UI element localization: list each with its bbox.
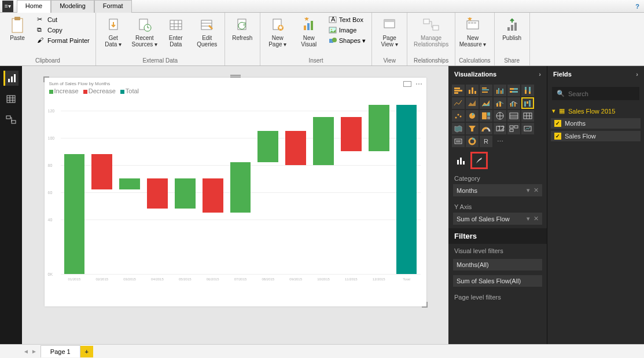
viz-import-icon[interactable]: ⋯ bbox=[494, 136, 506, 147]
text-box-button[interactable]: AText Box bbox=[326, 15, 368, 24]
viz-combo1[interactable] bbox=[494, 97, 506, 109]
tab-home[interactable]: Home bbox=[17, 0, 51, 13]
new-visual-button[interactable]: ★New Visual bbox=[295, 15, 323, 49]
viz-stacked-bar[interactable] bbox=[452, 85, 465, 96]
paste-button[interactable]: Paste bbox=[3, 15, 31, 42]
cut-button[interactable]: ✂Cut bbox=[35, 15, 92, 24]
viz-r[interactable]: R bbox=[480, 136, 492, 147]
svg-rect-83 bbox=[487, 112, 490, 116]
remove-icon[interactable]: ✕ bbox=[533, 215, 539, 222]
prev-page-icon[interactable]: ◄ bbox=[23, 348, 29, 355]
enter-data-icon bbox=[167, 16, 185, 34]
svg-rect-38 bbox=[514, 23, 517, 31]
recent-sources-button[interactable]: Recent Sources ▾ bbox=[131, 15, 159, 49]
filter-months[interactable]: Months(All) bbox=[453, 259, 542, 271]
add-page-button[interactable]: + bbox=[80, 346, 93, 357]
next-page-icon[interactable]: ► bbox=[31, 348, 37, 355]
viz-stacked-area[interactable] bbox=[480, 97, 492, 109]
edit-queries-button[interactable]: Edit Queries bbox=[193, 15, 221, 49]
data-view-icon[interactable] bbox=[3, 92, 19, 107]
viz-clustered-bar[interactable] bbox=[480, 85, 492, 96]
viz-line[interactable] bbox=[452, 97, 465, 109]
svg-rect-53 bbox=[472, 87, 473, 94]
viz-stacked-column[interactable] bbox=[466, 85, 479, 96]
field-sales-flow[interactable]: ✓Sales Flow bbox=[551, 131, 641, 141]
filter-salesflow[interactable]: Sum of Sales Flow(All) bbox=[453, 275, 542, 287]
page-view-button[interactable]: Page View ▾ bbox=[376, 15, 403, 49]
drag-handle-icon[interactable] bbox=[227, 75, 244, 78]
search-icon: 🔍 bbox=[557, 90, 565, 97]
viz-treemap[interactable] bbox=[480, 110, 492, 122]
enter-data-button[interactable]: Enter Data bbox=[162, 15, 190, 49]
viz-100-column[interactable] bbox=[521, 85, 534, 96]
viz-pie[interactable] bbox=[466, 110, 479, 122]
viz-filled-map[interactable] bbox=[452, 123, 465, 134]
visualizations-header[interactable]: Visualizations› bbox=[448, 66, 547, 82]
chevron-down-icon[interactable]: ▾ bbox=[527, 215, 530, 222]
viz-clustered-column[interactable] bbox=[494, 85, 506, 96]
svg-text:★: ★ bbox=[304, 17, 310, 22]
category-well[interactable]: Months▾✕ bbox=[453, 184, 542, 196]
report-view-icon[interactable] bbox=[3, 71, 19, 86]
viz-funnel[interactable] bbox=[466, 123, 479, 134]
viz-100-bar[interactable] bbox=[507, 85, 520, 96]
svg-rect-48 bbox=[12, 120, 16, 123]
svg-rect-36 bbox=[507, 27, 510, 31]
new-page-button[interactable]: ★New Page ▾ bbox=[264, 15, 292, 49]
page-tabs: ◄► Page 1 + bbox=[0, 344, 644, 358]
viz-donut[interactable] bbox=[466, 136, 479, 147]
viz-area[interactable] bbox=[466, 97, 479, 109]
remove-icon[interactable]: ✕ bbox=[533, 187, 539, 194]
image-button[interactable]: Image bbox=[326, 25, 368, 35]
new-visual-icon: ★ bbox=[300, 16, 318, 34]
manage-relationships-button[interactable]: Manage Relationships bbox=[411, 15, 451, 49]
get-data-button[interactable]: Get Data ▾ bbox=[100, 15, 127, 49]
fields-search[interactable]: 🔍 bbox=[552, 87, 639, 100]
table-sales-flow[interactable]: ▾▦Sales Flow 2015 bbox=[547, 105, 644, 117]
viz-scatter[interactable] bbox=[452, 110, 465, 122]
report-canvas[interactable]: ⋯ Sum of Sales Flow by Months Increase D… bbox=[45, 78, 426, 306]
publish-button[interactable]: Publish bbox=[498, 15, 526, 42]
viz-map[interactable] bbox=[494, 110, 506, 122]
viz-matrix[interactable] bbox=[521, 110, 534, 122]
tab-format[interactable]: Format bbox=[94, 0, 132, 13]
svg-rect-56 bbox=[482, 89, 489, 90]
viz-table[interactable] bbox=[507, 110, 520, 122]
svg-rect-86 bbox=[510, 113, 518, 119]
shapes-button[interactable]: Shapes ▾ bbox=[326, 36, 368, 45]
search-input[interactable] bbox=[568, 90, 644, 97]
fields-header[interactable]: Fields› bbox=[547, 66, 644, 82]
svg-rect-51 bbox=[454, 92, 458, 94]
fields-pane: Fields› 🔍 ▾▦Sales Flow 2015 ✓Months ✓Sal… bbox=[547, 66, 644, 344]
quick-access-toolbar[interactable]: ≡▾ bbox=[2, 1, 13, 12]
new-measure-button[interactable]: ★New Measure ▾ bbox=[459, 15, 487, 49]
format-painter-button[interactable]: 🖌Format Painter bbox=[35, 36, 92, 45]
viz-waterfall[interactable] bbox=[521, 97, 534, 109]
tab-modeling[interactable]: Modeling bbox=[51, 0, 94, 13]
viz-slicer[interactable] bbox=[452, 136, 465, 147]
more-options-icon[interactable]: ⋯ bbox=[415, 80, 423, 88]
refresh-button[interactable]: Refresh bbox=[229, 15, 256, 42]
viz-multi-card[interactable] bbox=[507, 123, 520, 134]
viz-combo2[interactable] bbox=[507, 97, 520, 109]
edit-queries-icon bbox=[198, 16, 216, 34]
get-data-icon bbox=[105, 16, 122, 34]
format-tab-icon[interactable] bbox=[472, 153, 487, 168]
refresh-icon bbox=[234, 16, 251, 34]
svg-point-79 bbox=[458, 114, 459, 116]
canvas-area[interactable]: ⋯ Sum of Sales Flow by Months Increase D… bbox=[22, 66, 448, 344]
copy-button[interactable]: ⧉Copy bbox=[35, 25, 92, 35]
model-view-icon[interactable] bbox=[3, 112, 19, 127]
yaxis-well[interactable]: Sum of Sales Flow▾✕ bbox=[453, 213, 542, 225]
viz-card[interactable]: 123 bbox=[494, 123, 506, 134]
checkbox-checked-icon[interactable]: ✓ bbox=[554, 133, 561, 140]
fields-tab-icon[interactable] bbox=[453, 153, 468, 168]
viz-kpi[interactable] bbox=[521, 123, 534, 134]
viz-gauge[interactable] bbox=[480, 123, 492, 134]
checkbox-checked-icon[interactable]: ✓ bbox=[554, 120, 561, 127]
field-months[interactable]: ✓Months bbox=[551, 118, 641, 129]
focus-mode-icon[interactable] bbox=[403, 81, 411, 87]
page-tab-1[interactable]: Page 1 bbox=[41, 345, 80, 357]
help-icon[interactable]: ? bbox=[635, 3, 639, 10]
chevron-down-icon[interactable]: ▾ bbox=[527, 187, 530, 194]
